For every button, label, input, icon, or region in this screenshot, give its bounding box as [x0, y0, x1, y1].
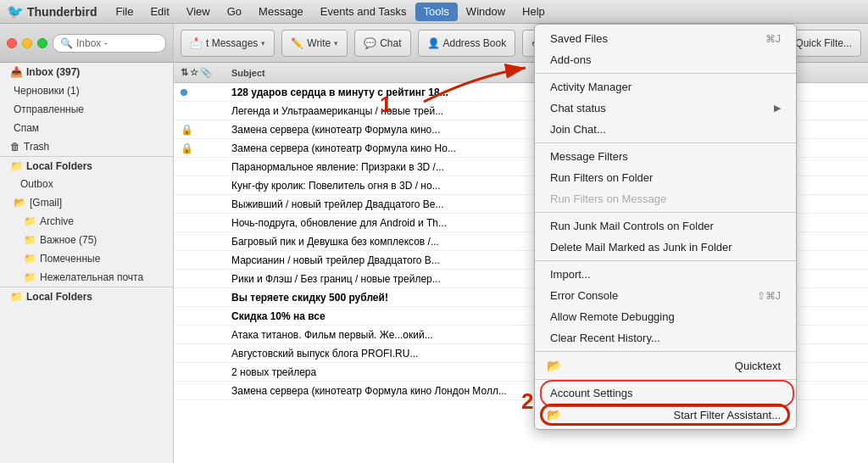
- traffic-light-yellow[interactable]: [22, 38, 32, 48]
- menu-separator: [535, 260, 796, 261]
- folder-icon: 📂: [14, 197, 26, 209]
- sidebar-item-starred[interactable]: 📁 Помеченные: [0, 249, 173, 268]
- menu-edit[interactable]: Edit: [142, 3, 177, 21]
- folder-icon: 📁: [24, 234, 36, 246]
- app-icon: 🐦: [7, 3, 24, 20]
- sort-attach-icon: 📎: [200, 67, 212, 78]
- menu-separator: [535, 212, 796, 213]
- menu-item-clear-history[interactable]: Clear Recent History...: [535, 327, 796, 349]
- menu-item-saved-files[interactable]: Saved Files ⌘J: [535, 28, 796, 49]
- chat-button[interactable]: 💬 Chat: [354, 30, 410, 57]
- row-icons: 🔒: [181, 124, 231, 136]
- sidebar-toolbar: 🔍 Inbox -: [0, 24, 173, 63]
- menu-separator: [535, 73, 796, 74]
- menu-item-message-filters[interactable]: Message Filters: [535, 146, 796, 167]
- menu-separator: [535, 379, 796, 380]
- write-icon: ✏️: [291, 37, 303, 49]
- sidebar-item-local-folders2[interactable]: 📁 Local Folders: [0, 287, 173, 305]
- write-button[interactable]: ✏️ Write ▾: [281, 30, 348, 57]
- folder-icon: 📁: [10, 160, 23, 172]
- sidebar-item-outbox[interactable]: Outbox: [0, 175, 173, 193]
- chat-icon: 💬: [364, 37, 376, 49]
- menu-item-account-settings[interactable]: Account Settings: [535, 382, 796, 404]
- menu-separator: [535, 142, 796, 143]
- dropdown-arrow-icon: ▾: [261, 39, 265, 47]
- menu-item-start-filter-assistant[interactable]: 📂 Start Filter Assistant...: [535, 404, 796, 426]
- row-icons: 🔒: [181, 142, 231, 154]
- unread-dot: [181, 89, 187, 96]
- sidebar-item-inbox[interactable]: 📥 Inbox (397): [0, 63, 173, 81]
- sidebar-item-local-folders[interactable]: 📁 Local Folders: [0, 156, 173, 175]
- shortcut-error-console: ⇧⌘J: [757, 290, 781, 302]
- sidebar-item-gmail[interactable]: 📂 [Gmail]: [0, 193, 173, 212]
- menu-item-run-filters-message: Run Filters on Message: [535, 188, 796, 209]
- menu-item-error-console[interactable]: Error Console ⇧⌘J: [535, 285, 796, 306]
- sidebar-item-important[interactable]: 📁 Важное (75): [0, 231, 173, 249]
- menu-file[interactable]: File: [107, 3, 142, 21]
- row-icons: [181, 89, 231, 96]
- sidebar-item-archive[interactable]: 📁 Archive: [0, 212, 173, 231]
- dropdown-arrow-icon: ▾: [334, 39, 338, 47]
- sort-flag-icon: ☆: [190, 67, 198, 78]
- address-book-button[interactable]: 👤 Address Book: [418, 30, 516, 57]
- folder-list: 📥 Inbox (397) Черновики (1) Отправленные…: [0, 63, 173, 305]
- menu-item-import[interactable]: Import...: [535, 264, 796, 285]
- search-icon: 🔍: [60, 37, 73, 49]
- menu-item-join-chat[interactable]: Join Chat...: [535, 119, 796, 140]
- menu-item-delete-junk-folder[interactable]: Delete Mail Marked as Junk in Folder: [535, 237, 796, 258]
- sidebar-item-spam[interactable]: Спам: [0, 119, 173, 137]
- submenu-arrow-icon: ▶: [774, 103, 781, 114]
- tools-dropdown-menu: Saved Files ⌘J Add-ons Activity Manager …: [534, 24, 797, 430]
- sort-thread-icon: ⇅: [181, 67, 188, 78]
- menu-bar: 🐦 Thunderbird File Edit View Go Message …: [0, 0, 868, 24]
- sidebar-item-sent[interactable]: Отправленные: [0, 100, 173, 119]
- sidebar-item-junk[interactable]: 📁 Нежелательная почта: [0, 268, 173, 287]
- menu-message[interactable]: Message: [250, 3, 312, 21]
- address-book-icon: 👤: [427, 37, 440, 49]
- traffic-light-green[interactable]: [37, 38, 47, 48]
- folder-icon: 📁: [24, 215, 36, 227]
- menu-view[interactable]: View: [178, 3, 219, 21]
- menu-separator: [535, 351, 796, 352]
- menu-item-chat-status[interactable]: Chat status ▶: [535, 98, 796, 119]
- get-messages-icon: 📩: [190, 37, 203, 49]
- menu-help[interactable]: Help: [514, 3, 554, 21]
- folder-icon: 📁: [24, 253, 36, 265]
- menu-go[interactable]: Go: [219, 3, 250, 21]
- shortcut-saved-files: ⌘J: [765, 33, 781, 45]
- folder-icon: 📥: [10, 66, 23, 78]
- menu-item-activity-manager[interactable]: Activity Manager: [535, 76, 796, 98]
- menu-events[interactable]: Events and Tasks: [312, 3, 415, 21]
- traffic-light-red[interactable]: [7, 38, 17, 48]
- menu-item-run-filters-folder[interactable]: Run Filters on Folder: [535, 167, 796, 188]
- menu-item-allow-remote-debugging[interactable]: Allow Remote Debugging: [535, 306, 796, 327]
- folder-icon: 📁: [10, 291, 23, 303]
- menu-item-quicktext[interactable]: 📂 Quicktext: [535, 354, 796, 377]
- sidebar-item-trash[interactable]: 🗑 Trash: [0, 137, 173, 156]
- sidebar-item-drafts[interactable]: Черновики (1): [0, 81, 173, 100]
- get-messages-button[interactable]: 📩 t Messages ▾: [181, 30, 275, 57]
- sidebar: 🔍 Inbox - 📥 Inbox (397) Черновики (1) От…: [0, 24, 174, 463]
- quicktext-icon: 📂: [547, 359, 561, 372]
- menu-window[interactable]: Window: [458, 3, 514, 21]
- menu-item-run-junk-folder[interactable]: Run Junk Mail Controls on Folder: [535, 215, 796, 237]
- menu-tools[interactable]: Tools: [415, 3, 458, 21]
- inbox-search-bar[interactable]: 🔍 Inbox -: [53, 34, 166, 53]
- menu-item-add-ons[interactable]: Add-ons: [535, 49, 796, 70]
- col-icons[interactable]: ⇅ ☆ 📎: [181, 67, 231, 78]
- folder-icon: 📁: [24, 271, 36, 283]
- filter-assistant-icon: 📂: [547, 408, 561, 421]
- app-name: 🐦 Thunderbird: [7, 3, 97, 20]
- folder-icon: 🗑: [10, 141, 20, 153]
